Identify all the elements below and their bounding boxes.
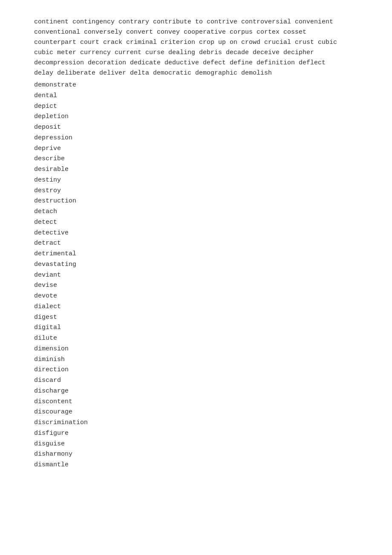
word-item-34: disguise (34, 439, 358, 450)
word-item-21: dialect (34, 302, 358, 312)
word-list-block: demonstratedentaldepictdepletiondepositd… (34, 80, 358, 471)
word-item-20: devote (34, 291, 358, 302)
word-item-29: discharge (34, 386, 358, 397)
paragraph-block: continent contingency contrary contribut… (34, 17, 358, 78)
word-item-4: deposit (34, 122, 358, 133)
word-item-12: detach (34, 207, 358, 217)
paragraph-line-3: cubic meter currency current curse deali… (34, 48, 358, 58)
word-item-22: digest (34, 312, 358, 323)
content-area: continent contingency contrary contribut… (34, 17, 358, 471)
word-item-25: dimension (34, 344, 358, 355)
word-item-13: detect (34, 217, 358, 228)
word-item-27: direction (34, 365, 358, 376)
paragraph-line-1: conventional conversely convert convey c… (34, 27, 358, 38)
word-item-7: describe (34, 154, 358, 165)
word-item-1: dental (34, 91, 358, 101)
word-item-24: dilute (34, 333, 358, 344)
word-item-18: deviant (34, 270, 358, 281)
word-item-17: devastating (34, 260, 358, 270)
word-item-5: depression (34, 133, 358, 144)
paragraph-line-5: delay deliberate deliver delta democrati… (34, 68, 358, 78)
word-item-14: detective (34, 228, 358, 239)
word-item-6: deprive (34, 144, 358, 154)
word-item-28: discard (34, 376, 358, 386)
word-item-3: depletion (34, 112, 358, 122)
word-item-2: depict (34, 101, 358, 112)
word-item-0: demonstrate (34, 80, 358, 91)
word-item-26: diminish (34, 355, 358, 365)
word-item-19: devise (34, 280, 358, 291)
paragraph-line-0: continent contingency contrary contribut… (34, 17, 358, 27)
word-item-10: destroy (34, 186, 358, 197)
word-item-15: detract (34, 238, 358, 249)
word-item-11: destruction (34, 196, 358, 207)
word-item-36: dismantle (34, 460, 358, 471)
paragraph-line-2: counterpart court crack criminal criteri… (34, 38, 358, 48)
word-item-9: destiny (34, 175, 358, 186)
word-item-30: discontent (34, 397, 358, 408)
word-item-16: detrimental (34, 249, 358, 260)
word-item-8: desirable (34, 165, 358, 175)
word-item-33: disfigure (34, 428, 358, 439)
word-item-35: disharmony (34, 449, 358, 460)
word-item-32: discrimination (34, 418, 358, 428)
word-item-23: digital (34, 323, 358, 333)
word-item-31: discourage (34, 407, 358, 418)
paragraph-line-4: decompression decoration dedicate deduct… (34, 58, 358, 68)
